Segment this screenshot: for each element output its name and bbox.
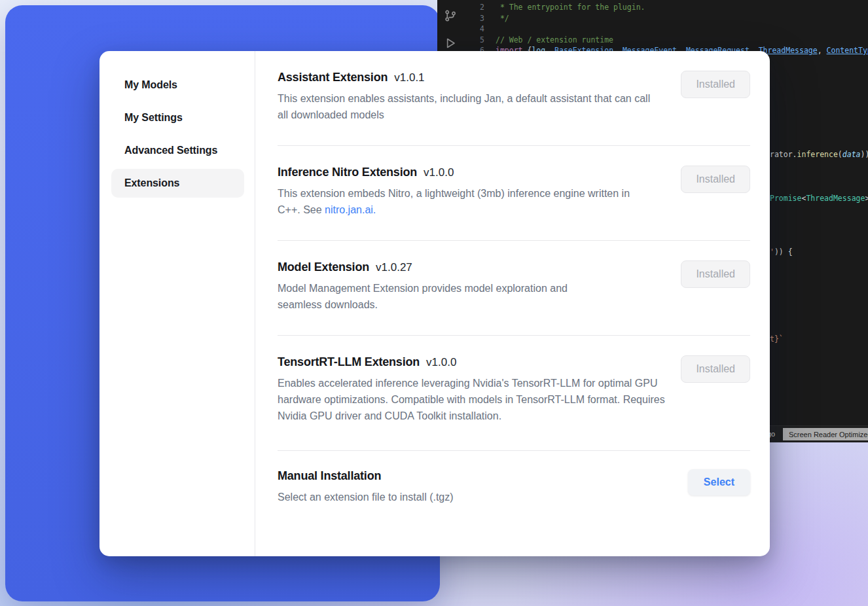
line-number: 4 (437, 24, 484, 35)
sidebar-item-my-models[interactable]: My Models (111, 71, 244, 99)
code-fragment: t}` (770, 334, 784, 344)
extension-version: v1.0.1 (394, 71, 424, 84)
extension-version: v1.0.27 (376, 261, 412, 274)
line-number: 3 (437, 13, 484, 24)
extension-description: Enables accelerated inference leveraging… (278, 375, 665, 424)
extension-row-nitro: Inference Nitro Extension v1.0.0 This ex… (278, 146, 750, 241)
extension-row-model: Model Extension v1.0.27 Model Management… (278, 241, 750, 336)
code-line: 3 */ (437, 13, 868, 24)
extension-version: v1.0.0 (426, 356, 456, 369)
installed-button[interactable]: Installed (681, 260, 750, 288)
code-fragment: ')) { (770, 247, 793, 257)
extension-name: Model Extension (278, 260, 369, 274)
code-fragment: rator.inference(data)); (770, 150, 868, 159)
installed-button[interactable]: Installed (681, 166, 750, 193)
extension-row-assistant: Assistant Extension v1.0.1 This extensio… (278, 51, 750, 146)
extension-name: TensortRT-LLM Extension (278, 355, 420, 369)
code-lines: 2 * The entrypoint for the plugin. 3 */ … (437, 2, 868, 56)
status-item-screen-reader[interactable]: Screen Reader Optimized (783, 428, 868, 440)
sidebar-item-extensions[interactable]: Extensions (111, 169, 244, 198)
manual-installation-description: Select an extension file to install (.tg… (278, 489, 454, 505)
line-number: 5 (437, 35, 484, 46)
select-file-button[interactable]: Select (688, 469, 750, 495)
manual-installation-row: Manual Installation Select an extension … (278, 451, 750, 521)
extension-name: Assistant Extension (278, 71, 388, 84)
extension-version: v1.0.0 (424, 166, 454, 179)
line-number: 2 (437, 2, 484, 13)
code-fragment: Promise<ThreadMessage> (770, 194, 868, 203)
extension-name: Inference Nitro Extension (278, 166, 417, 179)
nitro-jan-ai-link[interactable]: nitro.jan.ai. (325, 204, 376, 215)
installed-button[interactable]: Installed (681, 355, 750, 383)
installed-button[interactable]: Installed (681, 71, 750, 98)
manual-installation-title: Manual Installation (278, 469, 381, 483)
extension-row-tensorrt: TensortRT-LLM Extension v1.0.0 Enables a… (278, 336, 750, 451)
settings-modal: My Models My Settings Advanced Settings … (99, 51, 770, 556)
settings-sidebar: My Models My Settings Advanced Settings … (99, 51, 255, 556)
sidebar-item-advanced-settings[interactable]: Advanced Settings (111, 136, 244, 165)
code-line: 2 * The entrypoint for the plugin. (437, 2, 868, 13)
extensions-panel: Assistant Extension v1.0.1 This extensio… (255, 51, 770, 556)
extension-description: This extension enables assistants, inclu… (278, 90, 654, 123)
sidebar-item-my-settings[interactable]: My Settings (111, 103, 244, 132)
extension-description: This extension embeds Nitro, a lightweig… (278, 185, 654, 218)
code-line: 5 // Web / extension runtime (437, 35, 868, 46)
extension-description: Model Management Extension provides mode… (278, 280, 608, 313)
code-line: 4 (437, 24, 868, 35)
